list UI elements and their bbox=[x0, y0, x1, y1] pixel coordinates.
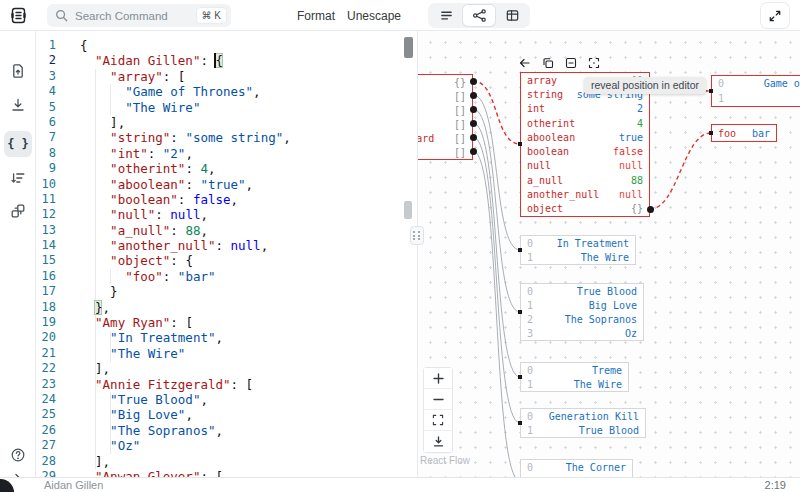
tab-table-view[interactable] bbox=[496, 5, 528, 26]
handle-root-alexander[interactable] bbox=[470, 134, 477, 141]
code-line[interactable]: 21 "The Wire" bbox=[36, 346, 417, 361]
help-icon[interactable] bbox=[10, 447, 26, 463]
fullscreen-button[interactable] bbox=[761, 3, 789, 28]
minimap-slider[interactable] bbox=[404, 37, 413, 58]
graph-node-alex[interactable]: 0Generation Kill1True Blood bbox=[520, 408, 646, 438]
code-line[interactable]: 7 "string": "some string", bbox=[36, 130, 417, 145]
code-line[interactable]: 12 "null": null, bbox=[36, 207, 417, 222]
handle-root-annie[interactable] bbox=[470, 106, 477, 113]
handle-in-aidan[interactable] bbox=[518, 142, 523, 147]
node-row[interactable]: 1The Wire bbox=[521, 250, 635, 264]
tab-graph-view[interactable] bbox=[463, 5, 495, 26]
zoom-in-button[interactable] bbox=[424, 368, 452, 389]
app-logo-icon[interactable] bbox=[9, 6, 28, 25]
code-line[interactable]: 10 "aboolean": "true", bbox=[36, 177, 417, 192]
node-row[interactable]: nullnull bbox=[521, 159, 649, 173]
node-row[interactable]: Anwan Glover[] bbox=[417, 117, 472, 131]
code-line[interactable]: 3 "array": [ bbox=[36, 69, 417, 84]
graph-node-root[interactable]: Aidan Gillen{}Amy Ryan[]Annie Fitzgerald… bbox=[417, 74, 473, 160]
code-line[interactable]: 17 } bbox=[36, 284, 417, 299]
node-row[interactable]: 1The Wire bbox=[712, 91, 800, 106]
handle-root-amy[interactable] bbox=[470, 92, 477, 99]
format-button[interactable]: Format bbox=[297, 9, 335, 23]
graph-node-annie[interactable]: 0True Blood1Big Love2The Sopranos3Oz bbox=[520, 283, 644, 341]
node-row[interactable]: 1True Blood bbox=[521, 423, 645, 437]
node-row[interactable]: booleanfalse bbox=[521, 144, 649, 158]
node-row[interactable]: 3Oz bbox=[521, 326, 643, 340]
handle-in-foo[interactable] bbox=[709, 131, 714, 136]
code-line[interactable]: 5 "The Wire" bbox=[36, 100, 417, 115]
code-line[interactable]: 23 "Annie Fitzgerald": [ bbox=[36, 377, 417, 392]
download-icon[interactable] bbox=[10, 97, 26, 113]
collapse-node-icon[interactable] bbox=[565, 57, 577, 69]
handle-root-aidan[interactable] bbox=[470, 78, 477, 85]
handle-in-anwan[interactable] bbox=[518, 375, 523, 380]
handle-in-gof[interactable] bbox=[709, 89, 714, 94]
node-row[interactable]: 0Treme bbox=[521, 363, 628, 377]
transform-icon[interactable] bbox=[10, 203, 26, 219]
code-line[interactable]: 8 "int": "2", bbox=[36, 146, 417, 161]
json-editor[interactable]: 1{2 "Aidan Gillen": {3 "array": [4 "Game… bbox=[36, 31, 417, 477]
code-line[interactable]: 2 "Aidan Gillen": { bbox=[36, 53, 417, 68]
code-line[interactable]: 26 "The Sopranos", bbox=[36, 423, 417, 438]
code-line[interactable]: 25 "Big Love", bbox=[36, 407, 417, 422]
node-row[interactable]: a_null88 bbox=[521, 173, 649, 187]
node-row[interactable]: Alice Farmer[] bbox=[417, 145, 472, 159]
code-line[interactable]: 19 "Amy Ryan": [ bbox=[36, 315, 417, 330]
graph-canvas[interactable]: Aidan Gillen{}Amy Ryan[]Annie Fitzgerald… bbox=[417, 31, 800, 477]
handle-root-anwan[interactable] bbox=[470, 120, 477, 127]
handle-in-alex[interactable] bbox=[518, 421, 523, 426]
code-line[interactable]: 22 ], bbox=[36, 361, 417, 376]
handle-in-amy[interactable] bbox=[518, 248, 523, 253]
code-line[interactable]: 6 ], bbox=[36, 115, 417, 130]
node-row[interactable]: 0True Blood bbox=[521, 284, 643, 298]
code-line[interactable]: 16 "foo": "bar" bbox=[36, 269, 417, 284]
node-row[interactable]: 1Big Love bbox=[521, 298, 643, 312]
node-row[interactable]: otherint4 bbox=[521, 116, 649, 130]
node-row[interactable]: 0The Corner bbox=[521, 460, 632, 474]
focus-node-icon[interactable] bbox=[588, 57, 600, 69]
node-row[interactable]: another_nullnull bbox=[521, 187, 649, 201]
graph-node-foo[interactable]: foobar bbox=[711, 124, 777, 142]
code-line[interactable]: 11 "boolean": false, bbox=[36, 192, 417, 207]
code-line[interactable]: 28 ], bbox=[36, 454, 417, 469]
graph-node-amy[interactable]: 0In Treatment1The Wire bbox=[520, 235, 636, 265]
node-row[interactable]: foobar bbox=[712, 125, 776, 141]
node-row[interactable]: object{} bbox=[521, 202, 649, 216]
node-row[interactable]: 2The Sopranos bbox=[521, 312, 643, 326]
code-line[interactable]: 4 "Game of Thrones", bbox=[36, 84, 417, 99]
braces-view-button[interactable]: { } bbox=[4, 131, 32, 157]
node-row[interactable]: Annie Fitzgerald[] bbox=[417, 103, 472, 117]
code-line[interactable]: 18 }, bbox=[36, 300, 417, 315]
tab-list-view[interactable] bbox=[430, 5, 462, 26]
node-row[interactable]: int2 bbox=[521, 102, 649, 116]
zoom-out-button[interactable] bbox=[424, 389, 452, 410]
code-line[interactable]: 15 "object": { bbox=[36, 253, 417, 268]
file-upload-icon[interactable] bbox=[10, 63, 26, 79]
pane-resize-handle[interactable] bbox=[410, 226, 424, 245]
node-row[interactable]: 1The Wire bbox=[521, 377, 628, 391]
graph-node-gof[interactable]: 0Game of Thrones1The Wire bbox=[711, 75, 800, 107]
code-line[interactable]: 29 "Anwan Glover": [ bbox=[36, 469, 417, 477]
node-row[interactable]: 0In Treatment bbox=[521, 236, 635, 250]
code-line[interactable]: 13 "a_null": 88, bbox=[36, 223, 417, 238]
code-line[interactable]: 20 "In Treatment", bbox=[36, 330, 417, 345]
sort-icon[interactable] bbox=[10, 170, 26, 186]
code-line[interactable]: 1{ bbox=[36, 38, 417, 53]
code-line[interactable]: 14 "another_null": null, bbox=[36, 238, 417, 253]
graph-node-anwan[interactable]: 0Treme1The Wire bbox=[520, 362, 629, 392]
code-line[interactable]: 24 "True Blood", bbox=[36, 392, 417, 407]
download-image-button[interactable] bbox=[424, 431, 452, 452]
node-row[interactable]: abooleantrue bbox=[521, 130, 649, 144]
node-row[interactable]: 0Game of Thrones bbox=[712, 76, 800, 91]
graph-node-alice[interactable]: 0The Corner1Oz2The Wire bbox=[520, 459, 633, 477]
handle-in-annie[interactable] bbox=[518, 310, 523, 315]
node-row[interactable]: 0Generation Kill bbox=[521, 409, 645, 423]
node-row[interactable]: Aidan Gillen{} bbox=[417, 75, 472, 89]
handle-root-alice[interactable] bbox=[470, 148, 477, 155]
code-line[interactable]: 27 "Oz" bbox=[36, 438, 417, 453]
fit-view-button[interactable] bbox=[424, 410, 452, 431]
handle-aidan-object[interactable] bbox=[647, 206, 654, 213]
code-line[interactable]: 9 "otherint": 4, bbox=[36, 161, 417, 176]
node-row[interactable]: Amy Ryan[] bbox=[417, 89, 472, 103]
